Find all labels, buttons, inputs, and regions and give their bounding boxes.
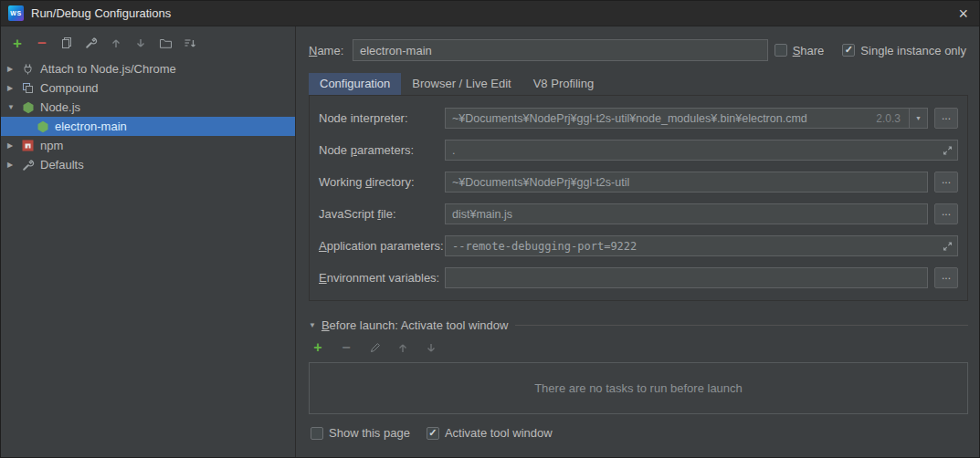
working-directory-row: Working directory: ~¥Documents¥NodePrj¥g… xyxy=(319,172,958,193)
single-instance-checkbox[interactable]: ✓ Single instance only xyxy=(842,44,966,57)
application-parameters-label: Application parameters: xyxy=(319,239,445,253)
tree-item-defaults[interactable]: ▶ Defaults xyxy=(1,155,295,174)
browse-working-directory-button[interactable]: ... xyxy=(934,172,958,193)
close-icon[interactable]: × xyxy=(958,5,968,22)
activate-tool-window-checkbox[interactable]: ✓ Activate tool window xyxy=(427,426,553,440)
compound-icon xyxy=(20,82,36,94)
expand-field-icon[interactable] xyxy=(943,241,953,251)
javascript-file-row: JavaScript file: dist¥main.js ... xyxy=(319,203,958,224)
node-parameters-value: . xyxy=(452,144,455,157)
new-folder-icon[interactable] xyxy=(158,36,173,50)
application-parameters-input[interactable]: --remote-debugging-port=9222 xyxy=(445,235,958,256)
working-directory-value: ~¥Documents¥NodePrj¥ggl-t2s-util xyxy=(452,176,629,189)
name-label: Name: xyxy=(309,44,353,57)
footer-options: ✓ Show this page ✓ Activate tool window xyxy=(309,426,968,440)
add-task-icon[interactable]: + xyxy=(311,340,325,355)
single-instance-checkbox-label: Single instance only xyxy=(860,44,966,57)
name-input[interactable] xyxy=(353,39,768,61)
show-this-page-checkbox-box[interactable]: ✓ xyxy=(311,427,323,440)
wrench-icon xyxy=(20,159,36,172)
environment-variables-label: Environment variables: xyxy=(319,271,445,285)
configurations-tree: ▶ Attach to Node.js/Chrome ▶ Compound ▼ … xyxy=(1,59,295,174)
browse-environment-variables-button[interactable]: ... xyxy=(934,267,958,288)
chevron-down-icon[interactable]: ▼ xyxy=(7,103,20,111)
tree-item-label: Defaults xyxy=(40,158,84,172)
tree-item-label: Compound xyxy=(40,81,99,95)
chevron-right-icon[interactable]: ▶ xyxy=(7,161,20,169)
share-checkbox[interactable]: ✓ Share xyxy=(775,44,825,57)
edit-defaults-icon[interactable] xyxy=(84,36,99,50)
tree-item-label: npm xyxy=(40,139,63,152)
node-parameters-row: Node parameters: . xyxy=(319,140,958,161)
environment-variables-row: Environment variables: ... xyxy=(319,267,958,288)
nodejs-icon xyxy=(20,101,36,114)
configuration-fields: Node interpreter: ~¥Documents¥NodePrj¥gg… xyxy=(309,96,968,301)
empty-tasks-message: There are no tasks to run before launch xyxy=(534,381,743,395)
environment-variables-input[interactable] xyxy=(445,267,928,288)
run-debug-configurations-dialog: WS Run/Debug Configurations × + − ▶ Atta… xyxy=(0,0,980,458)
configurations-sidebar: + − ▶ Attach to Node.js/Chrome ▶ C xyxy=(1,26,296,457)
move-down-icon[interactable] xyxy=(133,36,148,50)
nodejs-icon xyxy=(35,120,50,133)
node-interpreter-combobox[interactable]: ~¥Documents¥NodePrj¥ggl-t2s-util¥node_mo… xyxy=(445,108,928,129)
remove-task-icon[interactable]: − xyxy=(339,340,353,355)
chevron-right-icon[interactable]: ▶ xyxy=(7,65,20,73)
collapse-section-icon[interactable]: ▼ xyxy=(309,321,316,329)
tab-browser-live-edit[interactable]: Browser / Live Edit xyxy=(401,73,522,95)
browse-javascript-file-button[interactable]: ... xyxy=(934,203,958,224)
move-up-icon[interactable] xyxy=(109,36,123,50)
javascript-file-label: JavaScript file: xyxy=(319,207,445,221)
application-parameters-row: Application parameters: --remote-debuggi… xyxy=(319,235,958,256)
move-task-up-icon[interactable] xyxy=(395,340,410,355)
titlebar: WS Run/Debug Configurations × xyxy=(1,1,979,26)
show-this-page-label: Show this page xyxy=(329,426,410,440)
copy-icon[interactable] xyxy=(59,36,74,50)
working-directory-label: Working directory: xyxy=(319,175,445,189)
show-this-page-checkbox[interactable]: ✓ Show this page xyxy=(311,426,410,440)
tab-configuration[interactable]: Configuration xyxy=(309,73,401,95)
sidebar-toolbar: + − xyxy=(1,26,295,57)
check-icon: ✓ xyxy=(428,427,437,439)
tree-item-label: Node.js xyxy=(40,100,80,114)
single-instance-checkbox-box[interactable]: ✓ xyxy=(842,44,855,57)
attach-icon xyxy=(20,63,36,75)
section-divider xyxy=(515,325,968,326)
add-configuration-icon[interactable]: + xyxy=(10,36,25,50)
remove-configuration-icon[interactable]: − xyxy=(35,36,49,50)
expand-field-icon[interactable] xyxy=(943,145,953,155)
tree-item-npm[interactable]: ▶ npm xyxy=(1,136,295,155)
javascript-file-value: dist¥main.js xyxy=(452,208,512,221)
node-parameters-input[interactable]: . xyxy=(445,140,958,161)
configuration-tabs: Configuration Browser / Live Edit V8 Pro… xyxy=(309,73,968,96)
chevron-down-icon[interactable]: ▼ xyxy=(909,109,927,128)
tree-item-nodejs[interactable]: ▼ Node.js xyxy=(1,98,295,117)
tree-item-label: electron-main xyxy=(55,120,127,133)
browse-interpreter-button[interactable]: ... xyxy=(934,108,958,129)
name-row: Name: ✓ Share ✓ Single instance only xyxy=(309,39,968,61)
chevron-right-icon[interactable]: ▶ xyxy=(7,141,20,150)
configuration-editor: Name: ✓ Share ✓ Single instance only Con… xyxy=(296,26,979,457)
chevron-right-icon[interactable]: ▶ xyxy=(7,84,20,92)
activate-tool-window-label: Activate tool window xyxy=(445,426,553,440)
name-row-options: ✓ Share ✓ Single instance only xyxy=(775,44,968,57)
before-launch-task-list[interactable]: There are no tasks to run before launch xyxy=(309,362,968,414)
working-directory-input[interactable]: ~¥Documents¥NodePrj¥ggl-t2s-util xyxy=(445,172,928,193)
node-interpreter-value: ~¥Documents¥NodePrj¥ggl-t2s-util¥node_mo… xyxy=(452,112,869,125)
edit-task-icon[interactable] xyxy=(367,340,382,355)
tree-item-compound[interactable]: ▶ Compound xyxy=(1,78,295,98)
node-interpreter-row: Node interpreter: ~¥Documents¥NodePrj¥gg… xyxy=(319,108,958,129)
move-task-down-icon[interactable] xyxy=(424,340,438,355)
tree-item-attach-to-node[interactable]: ▶ Attach to Node.js/Chrome xyxy=(1,59,295,78)
javascript-file-input[interactable]: dist¥main.js xyxy=(445,203,928,224)
window-title: Run/Debug Configurations xyxy=(31,6,171,20)
node-parameters-label: Node parameters: xyxy=(319,143,445,157)
tree-item-electron-main[interactable]: electron-main xyxy=(1,117,295,136)
sort-icon[interactable] xyxy=(183,36,197,50)
share-checkbox-box[interactable]: ✓ xyxy=(775,44,787,57)
node-interpreter-label: Node interpreter: xyxy=(319,111,445,125)
tab-v8-profiling[interactable]: V8 Profiling xyxy=(522,73,605,95)
before-launch-toolbar: + − xyxy=(309,340,968,355)
npm-icon xyxy=(20,140,36,151)
activate-tool-window-checkbox-box[interactable]: ✓ xyxy=(427,427,439,440)
before-launch-header[interactable]: ▼ Before launch: Activate tool window xyxy=(309,318,968,332)
